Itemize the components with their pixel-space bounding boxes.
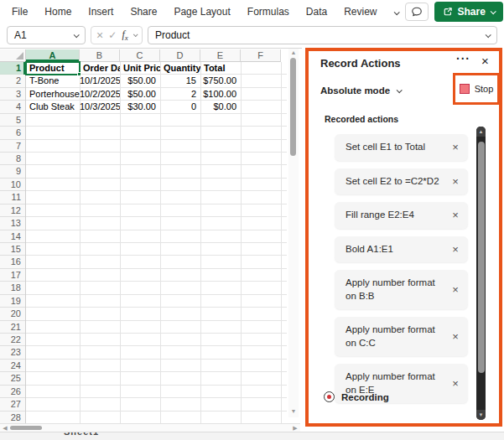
cell-C1[interactable]: Unit Price: [120, 62, 160, 75]
grid-horizontal-scrollbar[interactable]: ◀ ▶: [0, 423, 300, 432]
menu-overflow-chevron-icon[interactable]: [387, 6, 405, 18]
recorded-action-item[interactable]: Bold A1:E1×: [335, 236, 468, 263]
recorded-action-item[interactable]: Apply number format on B:B×: [335, 270, 468, 309]
remove-action-icon[interactable]: ×: [449, 243, 461, 256]
cells-area[interactable]: [26, 62, 287, 424]
row-header-26[interactable]: 26: [0, 386, 26, 398]
cell-E1[interactable]: Total: [200, 62, 241, 75]
row-header-24[interactable]: 24: [0, 360, 26, 372]
remove-action-icon[interactable]: ×: [449, 330, 461, 343]
cell-C3[interactable]: $50.00: [120, 88, 160, 101]
row-header-21[interactable]: 21: [0, 321, 26, 334]
panel-scrollbar[interactable]: ▲ ▼: [476, 127, 486, 420]
scroll-down-icon[interactable]: ▼: [288, 407, 299, 416]
row-header-1[interactable]: 1: [0, 62, 26, 75]
panel-scroll-up-icon[interactable]: ▲: [476, 127, 486, 137]
row-header-5[interactable]: 5: [0, 114, 26, 127]
panel-scroll-thumb[interactable]: [478, 142, 485, 373]
cell-D2[interactable]: 15: [160, 75, 200, 87]
row-header-16[interactable]: 16: [0, 256, 26, 268]
row-header-23[interactable]: 23: [0, 346, 26, 359]
menu-item-data[interactable]: Data: [298, 6, 335, 18]
scroll-left-icon[interactable]: ◀: [1, 424, 9, 432]
cell-D1[interactable]: Quantity: [160, 62, 200, 75]
row-header-14[interactable]: 14: [0, 230, 26, 243]
row-header-8[interactable]: 8: [0, 153, 26, 165]
cell-D4[interactable]: 0: [160, 101, 200, 113]
column-header-D[interactable]: D: [160, 49, 200, 62]
row-header-4[interactable]: 4: [0, 101, 26, 113]
panel-overflow-menu-icon[interactable]: ···: [456, 52, 470, 65]
menu-item-share[interactable]: Share: [122, 6, 165, 18]
column-header-E[interactable]: E: [200, 49, 241, 62]
recorded-action-item[interactable]: Set cell E1 to Total×: [335, 134, 468, 161]
cell-A3[interactable]: Porterhouse: [26, 88, 80, 101]
row-header-7[interactable]: 7: [0, 140, 26, 153]
cell-D3[interactable]: 2: [160, 88, 200, 101]
recorded-action-item[interactable]: Fill range E2:E4×: [335, 202, 468, 229]
row-header-2[interactable]: 2: [0, 75, 26, 87]
mode-dropdown[interactable]: Absolute mode: [320, 85, 401, 96]
row-header-13[interactable]: 13: [0, 217, 26, 230]
confirm-icon[interactable]: ✓: [108, 29, 117, 41]
menu-item-page-layout[interactable]: Page Layout: [165, 6, 238, 18]
remove-action-icon[interactable]: ×: [449, 377, 461, 390]
row-header-12[interactable]: 12: [0, 204, 26, 217]
menu-item-file[interactable]: File: [3, 6, 36, 18]
row-header-11[interactable]: 11: [0, 191, 26, 204]
remove-action-icon[interactable]: ×: [449, 209, 461, 221]
cell-A4[interactable]: Club Steak: [26, 101, 80, 113]
column-header-C[interactable]: C: [120, 49, 160, 62]
cell-C2[interactable]: $50.00: [120, 75, 160, 87]
horizontal-scroll-thumb[interactable]: [10, 426, 42, 430]
formula-bar-expand-chevron-icon[interactable]: [486, 32, 491, 38]
row-header-9[interactable]: 9: [0, 165, 26, 178]
column-header-F[interactable]: F: [241, 49, 281, 62]
scroll-up-icon[interactable]: ▲: [288, 49, 299, 57]
cell-E3[interactable]: $100.00: [200, 88, 241, 101]
cell-A2[interactable]: T-Bone: [26, 75, 80, 87]
vertical-scroll-thumb[interactable]: [290, 58, 296, 156]
row-header-3[interactable]: 3: [0, 88, 26, 101]
row-header-20[interactable]: 20: [0, 308, 26, 320]
cell-B2[interactable]: 10/1/2025: [80, 75, 120, 87]
scroll-right-icon[interactable]: ▶: [291, 424, 299, 432]
remove-action-icon[interactable]: ×: [449, 283, 461, 296]
insert-function-icon[interactable]: fx: [122, 28, 127, 42]
row-header-27[interactable]: 27: [0, 398, 26, 411]
row-header-6[interactable]: 6: [0, 127, 26, 139]
stop-button-annotation[interactable]: Stop: [453, 73, 500, 105]
row-header-22[interactable]: 22: [0, 334, 26, 346]
cell-B1[interactable]: Order Date: [80, 62, 120, 75]
cell-E2[interactable]: $750.00: [200, 75, 241, 87]
cell-C4[interactable]: $30.00: [120, 101, 160, 113]
cancel-icon[interactable]: ×: [96, 28, 103, 42]
formula-input[interactable]: Product: [148, 26, 497, 44]
row-header-28[interactable]: 28: [0, 412, 26, 424]
comments-button[interactable]: [405, 3, 429, 21]
column-header-A[interactable]: A: [26, 49, 80, 62]
menu-item-insert[interactable]: Insert: [80, 6, 122, 18]
row-header-19[interactable]: 19: [0, 295, 26, 308]
column-header-B[interactable]: B: [80, 49, 120, 62]
active-cell-selection[interactable]: [25, 61, 81, 75]
cell-E4[interactable]: $0.00: [200, 101, 241, 113]
fill-handle[interactable]: [77, 72, 81, 76]
fx-chevron-icon[interactable]: [133, 32, 138, 37]
cell-B4[interactable]: 10/3/2025: [80, 101, 120, 113]
name-box[interactable]: A1: [7, 26, 86, 44]
menu-item-home[interactable]: Home: [36, 6, 80, 18]
remove-action-icon[interactable]: ×: [449, 141, 461, 153]
recorded-action-item[interactable]: Set cell E2 to =C2*D2×: [335, 168, 468, 195]
panel-scroll-track[interactable]: [476, 137, 486, 410]
select-all-corner[interactable]: [0, 49, 26, 62]
remove-action-icon[interactable]: ×: [449, 175, 461, 188]
row-header-25[interactable]: 25: [0, 372, 26, 385]
row-header-15[interactable]: 15: [0, 243, 26, 256]
row-header-18[interactable]: 18: [0, 282, 26, 294]
cell-B3[interactable]: 10/2/2025: [80, 88, 120, 101]
recorded-action-item[interactable]: Apply number format on C:C×: [335, 317, 468, 356]
panel-scroll-down-icon[interactable]: ▼: [476, 410, 486, 420]
row-header-17[interactable]: 17: [0, 269, 26, 282]
menu-item-review[interactable]: Review: [335, 6, 385, 18]
